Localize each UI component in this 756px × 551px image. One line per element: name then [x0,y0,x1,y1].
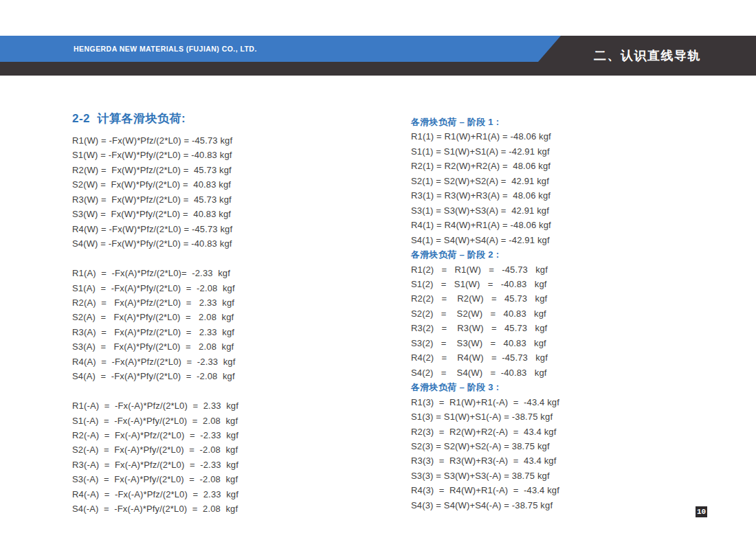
formula-line: S3(-A) = Fx(-A)*Pfy/(2*L0) = -2.08 kgf [72,472,238,486]
formula-line: S1(-A) = -Fx(-A)*Pfy/(2*L0) = 2.08 kgf [72,414,238,428]
formula-line: R2(1) = R2(W)+R2(A) = 48.06 kgf [411,159,559,173]
formula-line: S2(W) = Fx(W)*Pfy/(2*L0) = 40.83 kgf [72,177,238,192]
formula-line: S3(W) = Fx(W)*Pfy/(2*L0) = 40.83 kgf [72,207,238,221]
formula-line: S3(A) = Fx(A)*Pfy/(2*L0) = 2.08 kgf [72,339,238,354]
formula-line: S1(3) = S1(W)+S1(-A) = -38.75 kgf [411,409,559,424]
formula-line: R1(-A) = -Fx(-A)*Pfz/(2*L0) = 2.33 kgf [72,398,238,413]
formula-line: S2(2) = S2(W) = 40.83 kgf [411,306,559,321]
formula-line: S2(A) = Fx(A)*Pfy/(2*L0) = 2.08 kgf [72,310,238,324]
formula-line: S1(W) = -Fx(W)*Pfy/(2*L0) = -40.83 kgf [72,148,238,162]
left-formula-column: R1(W) = -Fx(W)*Pfz/(2*L0) = -45.73 kgf S… [72,133,238,517]
formula-line: R2(3) = R2(W)+R2(-A) = 43.4 kgf [411,425,559,439]
company-ribbon: HENGERDA NEW MATERIALS (FUJIAN) CO., LTD… [0,36,561,62]
right-stage-column: 各滑块负荷 – 阶段 1 : R1(1) = R1(W)+R1(A) = -48… [411,115,559,513]
formula-line: R2(2) = R2(W) = 45.73 kgf [411,291,559,306]
formula-line: S1(2) = S1(W) = -40.83 kgf [411,277,559,291]
stage-heading: 各滑块负荷 – 阶段 3 : [411,380,559,394]
formula-line: S2(-A) = Fx(-A)*Pfy/(2*L0) = -2.08 kgf [72,442,238,457]
formula-line: S4(3) = S4(W)+S4(-A) = -38.75 kgf [411,498,559,513]
company-name: HENGERDA NEW MATERIALS (FUJIAN) CO., LTD… [74,45,257,53]
formula-line: R1(A) = -Fx(A)*Pfz/(2*L0)= -2.33 kgf [72,266,238,280]
page-heading: 2-2 计算各滑块负荷: [72,111,186,126]
formula-line: R1(1) = R1(W)+R1(A) = -48.06 kgf [411,129,559,144]
formula-line: R2(W) = Fx(W)*Pfz/(2*L0) = 45.73 kgf [72,163,238,177]
formula-line: S4(1) = S4(W)+S4(A) = -42.91 kgf [411,233,559,247]
formula-line: R1(W) = -Fx(W)*Pfz/(2*L0) = -45.73 kgf [72,133,238,148]
formula-line: S3(1) = S3(W)+S3(A) = 42.91 kgf [411,203,559,218]
section-title: 二、认识直线导轨 [594,36,701,76]
formula-line: R3(W) = Fx(W)*Pfz/(2*L0) = 45.73 kgf [72,192,238,207]
block-gap [72,384,238,398]
formula-line: R1(3) = R1(W)+R1(-A) = -43.4 kgf [411,395,559,409]
formula-line: S2(3) = S2(W)+S2(-A) = 38.75 kgf [411,439,559,453]
formula-line: S3(2) = S3(W) = 40.83 kgf [411,336,559,350]
formula-line: S2(1) = S2(W)+S2(A) = 42.91 kgf [411,174,559,188]
stage-heading: 各滑块负荷 – 阶段 1 : [411,115,559,129]
formula-line: S4(A) = -Fx(A)*Pfy/(2*L0) = -2.08 kgf [72,369,238,383]
formula-line: S1(A) = -Fx(A)*Pfy/(2*L0) = -2.08 kgf [72,281,238,295]
formula-line: R3(2) = R3(W) = 45.73 kgf [411,321,559,335]
formula-line: S1(1) = S1(W)+S1(A) = -42.91 kgf [411,144,559,159]
block-gap [72,251,238,266]
formula-line: S3(3) = S3(W)+S3(-A) = 38.75 kgf [411,469,559,483]
formula-line: R3(A) = Fx(A)*Pfz/(2*L0) = 2.33 kgf [72,325,238,339]
formula-line: R3(3) = R3(W)+R3(-A) = 43.4 kgf [411,453,559,468]
formula-line: R4(W) = -Fx(W)*Pfz/(2*L0) = -45.73 kgf [72,222,238,236]
formula-line: R3(1) = R3(W)+R3(A) = 48.06 kgf [411,188,559,203]
header-band: HENGERDA NEW MATERIALS (FUJIAN) CO., LTD… [0,36,756,76]
formula-line: R4(-A) = -Fx(-A)*Pfz/(2*L0) = 2.33 kgf [72,487,238,502]
formula-line: R4(A) = -Fx(A)*Pfz/(2*L0) = -2.33 kgf [72,355,238,369]
formula-line: R4(1) = R4(W)+R1(A) = -48.06 kgf [411,218,559,232]
formula-line: R1(2) = R1(W) = -45.73 kgf [411,262,559,277]
formula-line: S4(2) = S4(W) = -40.83 kgf [411,366,559,380]
formula-line: R2(-A) = Fx(-A)*Pfz/(2*L0) = -2.33 kgf [72,428,238,442]
page-number-badge: 10 [696,506,707,517]
stage-heading: 各滑块负荷 – 阶段 2 : [411,247,559,262]
formula-line: R2(A) = Fx(A)*Pfz/(2*L0) = 2.33 kgf [72,295,238,310]
formula-line: R3(-A) = Fx(-A)*Pfz/(2*L0) = -2.33 kgf [72,458,238,472]
formula-line: S4(W) = -Fx(W)*Pfy/(2*L0) = -40.83 kgf [72,236,238,251]
formula-line: R4(3) = R4(W)+R1(-A) = -43.4 kgf [411,483,559,497]
formula-line: R4(2) = R4(W) = -45.73 kgf [411,350,559,365]
formula-line: S4(-A) = -Fx(-A)*Pfy/(2*L0) = 2.08 kgf [72,502,238,516]
